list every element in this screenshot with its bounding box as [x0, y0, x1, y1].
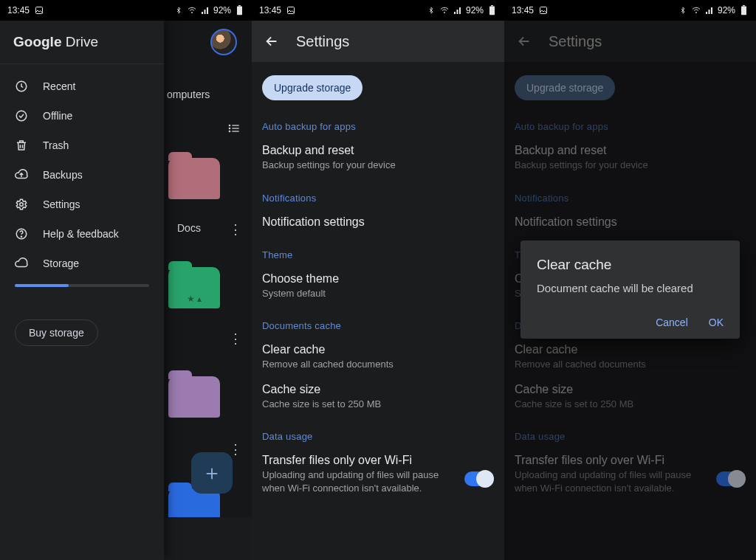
row-wifi-only[interactable]: Transfer files only over Wi-Fi Uploading…	[262, 454, 494, 494]
star-icon: ★ ▴	[187, 294, 202, 304]
cancel-button[interactable]: Cancel	[656, 317, 688, 328]
section-auto-backup: Auto backup for apps	[262, 121, 494, 132]
help-icon	[15, 227, 28, 241]
bluetooth-icon	[678, 5, 688, 15]
folder-label: Docs	[177, 222, 201, 234]
image-icon	[538, 5, 549, 15]
folder-item[interactable]	[168, 158, 220, 199]
svg-point-1	[191, 13, 192, 13]
battery-icon	[234, 5, 244, 15]
row-clear-cache[interactable]: Clear cache Remove all cached documents	[262, 343, 494, 371]
svg-point-20	[695, 13, 696, 13]
screen-settings: 13:45 92% Settings Upgrade storage Auto …	[252, 0, 504, 560]
drawer-item-storage[interactable]: Storage	[0, 249, 164, 278]
bluetooth-icon	[173, 5, 184, 15]
folder-item[interactable]	[168, 376, 220, 418]
svg-rect-22	[743, 5, 745, 6]
wifi-icon	[439, 5, 450, 15]
signal-icon	[200, 5, 210, 15]
svg-rect-2	[237, 6, 242, 15]
svg-rect-0	[36, 7, 43, 14]
status-time: 13:45	[259, 5, 281, 15]
section-data-usage: Data usage	[262, 431, 494, 442]
drawer-item-trash[interactable]: Trash	[0, 131, 164, 160]
drawer-label: Help & feedback	[43, 228, 119, 240]
dialog-title: Clear cache	[537, 257, 724, 273]
page-title: Settings	[296, 33, 349, 50]
cloud-upload-icon	[15, 168, 28, 182]
row-cache-size[interactable]: Cache size Cache size is set to 250 MB	[262, 383, 494, 411]
status-bar: 13:45 92%	[504, 0, 756, 21]
signal-icon	[453, 5, 463, 15]
gear-icon	[15, 198, 28, 211]
svg-point-11	[16, 111, 27, 121]
status-bar: 13:45 92%	[0, 0, 252, 21]
list-view-icon[interactable]	[227, 122, 241, 137]
more-icon[interactable]: ⋮	[229, 221, 242, 238]
more-icon[interactable]: ⋮	[229, 331, 242, 347]
drawer-label: Storage	[43, 257, 79, 269]
svg-point-8	[229, 128, 230, 128]
battery-icon	[738, 5, 749, 15]
app-bar: Settings	[252, 21, 504, 62]
status-battery: 92%	[466, 5, 484, 15]
image-icon	[286, 5, 296, 15]
wifi-only-toggle[interactable]	[464, 471, 494, 486]
drawer-item-help[interactable]: Help & feedback	[0, 219, 164, 249]
bluetooth-icon	[426, 5, 436, 15]
screen-settings-dialog: 13:45 92% Settings Upgrade storage Auto …	[504, 0, 756, 560]
status-time: 13:45	[512, 5, 534, 15]
row-choose-theme[interactable]: Choose theme System default	[262, 272, 494, 300]
status-battery: 92%	[213, 5, 231, 15]
drawer-item-offline[interactable]: Offline	[0, 101, 164, 131]
wifi-icon	[691, 5, 701, 15]
more-icon[interactable]: ⋮	[229, 441, 242, 457]
drawer-label: Settings	[43, 198, 80, 210]
drawer-label: Trash	[43, 139, 69, 151]
drawer-item-backups[interactable]: Backups	[0, 160, 164, 190]
status-bar: 13:45 92%	[252, 0, 504, 21]
screen-drawer: 13:45 92% omputers Docs ⋮ ★ ▴ ⋮ ⋮ ＋	[0, 0, 252, 560]
avatar[interactable]	[210, 29, 237, 55]
svg-rect-17	[489, 6, 495, 15]
offline-icon	[15, 109, 28, 122]
app-title: Google Drive	[0, 21, 164, 64]
buy-storage-button[interactable]: Buy storage	[15, 319, 98, 346]
svg-point-14	[21, 236, 21, 237]
section-theme: Theme	[262, 249, 494, 260]
status-time: 13:45	[7, 5, 30, 15]
new-button[interactable]: ＋	[191, 452, 233, 494]
drawer-item-settings[interactable]: Settings	[0, 190, 164, 219]
section-documents-cache: Documents cache	[262, 320, 494, 331]
svg-rect-18	[491, 5, 493, 6]
wifi-icon	[187, 5, 197, 15]
svg-rect-15	[288, 7, 295, 14]
upgrade-storage-button[interactable]: Upgrade storage	[262, 75, 362, 100]
image-icon	[34, 5, 44, 15]
clock-icon	[15, 80, 28, 93]
section-notifications: Notifications	[262, 193, 494, 204]
row-notification-settings[interactable]: Notification settings	[262, 215, 494, 229]
svg-rect-19	[540, 7, 547, 14]
drawer-label: Offline	[43, 110, 72, 122]
navigation-drawer: Google Drive Recent Offline Trash Backup…	[0, 21, 164, 560]
svg-rect-3	[238, 5, 241, 6]
battery-icon	[487, 5, 497, 15]
clear-cache-dialog: Clear cache Document cache will be clear…	[520, 241, 740, 339]
back-icon[interactable]	[264, 33, 280, 49]
drawer-label: Backups	[43, 169, 83, 181]
signal-icon	[704, 5, 715, 15]
svg-point-9	[229, 131, 230, 131]
trash-icon	[15, 139, 28, 152]
ok-button[interactable]: OK	[709, 317, 724, 328]
drawer-label: Recent	[43, 80, 75, 92]
svg-point-16	[444, 13, 444, 13]
row-backup-reset[interactable]: Backup and reset Backup settings for you…	[262, 144, 494, 172]
drawer-item-recent[interactable]: Recent	[0, 72, 164, 101]
tab-computers[interactable]: omputers	[167, 89, 210, 100]
folder-item[interactable]: ★ ▴	[168, 267, 220, 308]
svg-point-12	[20, 203, 24, 207]
cloud-icon	[15, 257, 28, 270]
storage-progress	[15, 284, 149, 287]
status-battery: 92%	[718, 5, 735, 15]
